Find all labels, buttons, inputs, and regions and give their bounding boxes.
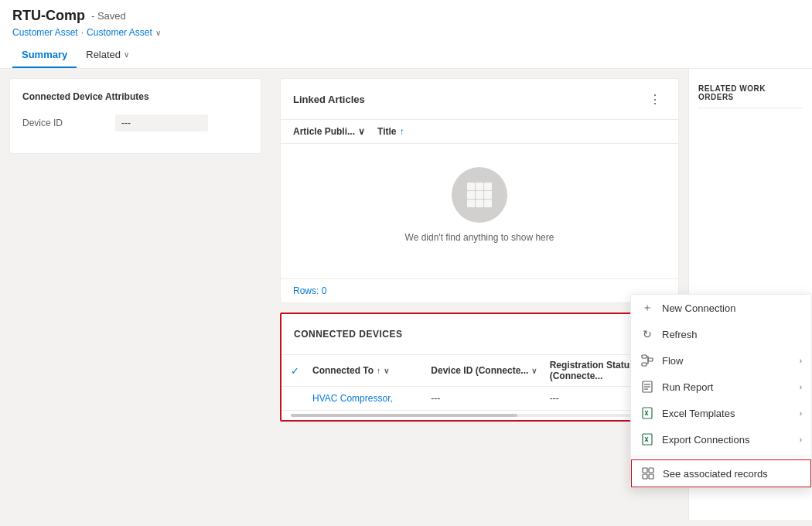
- svg-rect-16: [643, 408, 652, 418]
- excel-chevron-icon: ›: [800, 409, 802, 418]
- col-article-publi-chevron-icon: ∨: [358, 126, 365, 137]
- breadcrumb-level1[interactable]: Customer Asset: [12, 27, 78, 38]
- tab-related-label: Related: [86, 49, 121, 60]
- breadcrumb-separator: ·: [81, 27, 84, 38]
- run-report-chevron-icon: ›: [800, 383, 802, 391]
- linked-articles-title: Linked Articles: [293, 94, 365, 105]
- linked-articles-menu-button[interactable]: ⋮: [644, 88, 666, 110]
- connected-device-attributes-card: Connected Device Attributes Device ID --…: [9, 78, 261, 154]
- svg-rect-11: [642, 363, 647, 366]
- col-connected-to-sort-icon: ↑: [377, 367, 380, 375]
- col-article-publi[interactable]: Article Publi... ∨: [293, 126, 365, 137]
- col-connected-to[interactable]: Connected To ↑ ∨: [312, 365, 431, 376]
- svg-rect-9: [642, 355, 647, 358]
- connected-devices-header: CONNECTED DEVICES ⋮: [281, 314, 677, 355]
- menu-item-refresh[interactable]: ↻ Refresh: [631, 321, 811, 347]
- breadcrumb-chevron-icon[interactable]: ∨: [155, 29, 161, 37]
- breadcrumb: Customer Asset · Customer Asset ∨: [12, 27, 800, 38]
- center-panel: Linked Articles ⋮ Article Publi... ∨ Tit…: [271, 69, 688, 520]
- menu-item-flow[interactable]: Flow ›: [631, 347, 811, 374]
- record-name: RTU-Comp: [12, 8, 85, 24]
- empty-text: We didn't find anything to show here: [405, 232, 554, 243]
- report-icon: [640, 380, 654, 394]
- plus-icon: ＋: [640, 301, 654, 315]
- device-id-cell: ---: [431, 393, 549, 404]
- svg-rect-0: [467, 183, 475, 190]
- menu-see-associated-label: See associated records: [663, 468, 801, 480]
- devices-column-headers: ✓ Connected To ↑ ∨ Device ID (Connecte..…: [281, 355, 677, 387]
- table-row: HVAC Compressor, --- ---: [281, 387, 677, 411]
- svg-rect-2: [484, 183, 492, 190]
- menu-item-new-connection[interactable]: ＋ New Connection: [631, 295, 811, 321]
- menu-item-see-associated[interactable]: See associated records: [631, 459, 811, 487]
- grid-icon: [464, 179, 495, 210]
- menu-item-export-connections[interactable]: Export Connections ›: [631, 426, 811, 453]
- svg-rect-7: [476, 200, 483, 207]
- devices-scrollbar: [291, 414, 668, 417]
- left-panel: Connected Device Attributes Device ID --…: [0, 69, 271, 520]
- linked-articles-columns: Article Publi... ∨ Title ↑: [281, 120, 678, 144]
- linked-articles-empty-state: We didn't find anything to show here: [281, 144, 678, 278]
- svg-rect-1: [476, 183, 483, 190]
- export-icon: [640, 432, 654, 446]
- saved-badge: - Saved: [91, 10, 126, 22]
- col-title-label: Title: [377, 126, 396, 137]
- tab-related-chevron-icon: ∨: [124, 50, 129, 59]
- flow-icon: [640, 354, 654, 367]
- menu-excel-label: Excel Templates: [662, 408, 792, 419]
- empty-state-icon: [452, 167, 507, 223]
- col-article-publi-label: Article Publi...: [293, 126, 355, 137]
- context-menu: ＋ New Connection ↻ Refresh Flow › Run Re…: [630, 294, 812, 488]
- devices-scrollbar-thumb: [291, 414, 517, 417]
- page-header: RTU-Comp - Saved Customer Asset · Custom…: [0, 0, 812, 69]
- export-chevron-icon: ›: [800, 435, 802, 444]
- col-device-id[interactable]: Device ID (Connecte... ∨: [431, 365, 549, 376]
- connected-to-value[interactable]: HVAC Compressor,: [312, 393, 431, 404]
- col-title[interactable]: Title ↑: [377, 126, 404, 137]
- svg-rect-3: [467, 191, 475, 199]
- flow-chevron-icon: ›: [800, 357, 802, 365]
- col-connected-to-chevron-icon: ∨: [384, 367, 389, 375]
- menu-item-run-report[interactable]: Run Report ›: [631, 374, 811, 400]
- breadcrumb-level2[interactable]: Customer Asset: [87, 27, 152, 38]
- svg-rect-10: [648, 358, 653, 361]
- svg-rect-19: [649, 468, 653, 473]
- connected-devices-wrapper: CONNECTED DEVICES ⋮ ✓ Connected To ↑ ∨ D…: [280, 313, 679, 422]
- menu-item-excel-templates[interactable]: Excel Templates ›: [631, 400, 811, 426]
- menu-new-connection-label: New Connection: [662, 302, 802, 314]
- svg-rect-18: [643, 468, 647, 473]
- svg-rect-5: [484, 191, 492, 199]
- device-id-value: ---: [115, 114, 208, 132]
- device-id-field-row: Device ID ---: [22, 114, 248, 132]
- menu-divider: [631, 456, 811, 456]
- menu-refresh-label: Refresh: [662, 329, 802, 340]
- svg-rect-17: [643, 434, 652, 445]
- col-device-id-chevron-icon: ∨: [531, 367, 537, 375]
- linked-articles-card: Linked Articles ⋮ Article Publi... ∨ Tit…: [280, 78, 679, 303]
- excel-icon: [640, 406, 654, 420]
- connected-devices-card: CONNECTED DEVICES ⋮ ✓ Connected To ↑ ∨ D…: [280, 313, 679, 422]
- related-work-orders-title: RELATED WORK ORDERS: [689, 78, 812, 108]
- svg-rect-8: [484, 200, 492, 207]
- title-row: RTU-Comp - Saved: [12, 8, 800, 24]
- associated-records-icon: [641, 466, 655, 480]
- select-all-checkbox-icon[interactable]: ✓: [291, 365, 312, 377]
- right-panel-divider: [698, 108, 803, 108]
- menu-flow-label: Flow: [662, 355, 792, 367]
- device-id-label: Device ID: [22, 118, 115, 128]
- svg-rect-20: [643, 474, 647, 479]
- tab-summary[interactable]: Summary: [12, 43, 77, 68]
- rows-count: Rows: 0: [281, 278, 678, 302]
- menu-run-report-label: Run Report: [662, 381, 792, 393]
- connected-devices-title: CONNECTED DEVICES: [294, 329, 403, 340]
- col-connected-to-label: Connected To: [312, 365, 374, 376]
- svg-rect-21: [649, 474, 653, 479]
- tab-related[interactable]: Related ∨: [77, 43, 138, 68]
- card-title: Connected Device Attributes: [22, 91, 248, 102]
- tab-bar: Summary Related ∨: [12, 43, 800, 68]
- linked-articles-header: Linked Articles ⋮: [281, 79, 678, 120]
- svg-rect-6: [467, 200, 475, 207]
- menu-export-label: Export Connections: [662, 434, 792, 446]
- refresh-icon: ↻: [640, 327, 654, 341]
- col-title-sort-icon: ↑: [399, 126, 404, 137]
